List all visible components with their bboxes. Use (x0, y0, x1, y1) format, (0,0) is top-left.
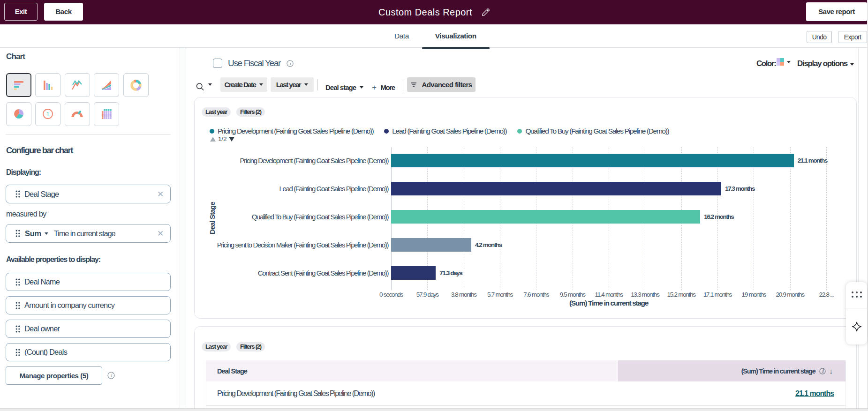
property-field-amount-in-company-currency[interactable]: Amount in company currency (6, 296, 171, 314)
more-label: More (381, 83, 395, 91)
configure-heading: Configure bar chart (6, 145, 73, 156)
drag-handle-icon[interactable] (15, 230, 20, 237)
chart-type-table[interactable] (94, 102, 119, 126)
filter-lines-icon (410, 82, 417, 88)
chevron-down-icon (304, 83, 308, 86)
back-button[interactable]: Back (44, 3, 83, 21)
export-button[interactable]: Export (838, 31, 867, 43)
grid-dots-icon[interactable] (852, 291, 862, 298)
filter-divider (317, 79, 318, 90)
chart-type-summary[interactable]: 1 (35, 102, 60, 126)
chart-section-heading: Chart (6, 52, 25, 61)
plot-area: 21.1 months17.3 months16.2 months4.2 mon… (391, 147, 826, 290)
svg-text:1: 1 (46, 111, 50, 118)
deal-stage-filter[interactable]: Deal stage (325, 80, 363, 95)
displaying-field-label: Deal Stage (24, 190, 59, 199)
property-field-count-deals[interactable]: (Count) Deals (6, 343, 171, 361)
manage-properties-button[interactable]: Manage properties (5) (6, 366, 102, 385)
displaying-label: Displaying: (6, 168, 41, 177)
horizontal-scrollbar-strip[interactable] (0, 408, 868, 411)
fiscal-info-icon[interactable]: i (287, 60, 294, 67)
remove-field-icon[interactable]: ✕ (157, 190, 164, 198)
legend-item[interactable]: Pricing Development (Fainting Goat Sales… (210, 127, 373, 135)
chart-type-line[interactable] (65, 73, 90, 97)
floating-tools-panel (846, 282, 867, 344)
drag-handle-icon[interactable] (15, 349, 20, 356)
chart-type-area[interactable] (94, 73, 119, 97)
row-deal-stage: Pricing Development (Fainting Goat Sales… (217, 389, 375, 398)
search-caret-icon[interactable] (208, 83, 212, 98)
chart-type-gauge[interactable] (65, 102, 90, 126)
chevron-down-icon (850, 63, 854, 66)
bar-1[interactable] (391, 154, 794, 167)
measure-field[interactable]: Sum Time in current stage ✕ (6, 224, 171, 243)
property-field-deal-name[interactable]: Deal Name (6, 273, 171, 291)
bar-4[interactable] (391, 238, 471, 252)
search-icon[interactable] (196, 80, 205, 94)
bar-5[interactable] (391, 266, 436, 280)
tab-data[interactable]: Data (381, 24, 422, 48)
remove-field-icon[interactable]: ✕ (157, 230, 164, 238)
info-icon[interactable]: i (107, 372, 115, 379)
save-report-button[interactable]: Save report (806, 2, 867, 21)
data-table-card: Last year Filters (2) Deal Stage (Sum) T… (194, 326, 857, 411)
time-in-stage-column-label: (Sum) Time in current stage (741, 367, 815, 375)
legend-label: Pricing Development (Fainting Goat Sales… (218, 127, 373, 135)
undo-button[interactable]: Undo (807, 31, 832, 43)
use-fiscal-year-checkbox[interactable] (213, 59, 222, 68)
color-swatch-dropdown[interactable] (777, 58, 784, 66)
column-header-deal-stage[interactable]: Deal Stage (206, 360, 618, 381)
property-field-deal-owner[interactable]: Deal owner (6, 320, 171, 338)
measured-by-label: measured by (6, 209, 46, 218)
legend-page-up-icon[interactable] (210, 137, 216, 142)
bar-3[interactable] (391, 210, 700, 224)
table-row: Pricing Development (Fainting Goat Sales… (206, 381, 845, 406)
chart-type-vertical-bar[interactable] (35, 73, 60, 97)
drag-handle-icon[interactable] (15, 190, 20, 198)
drag-handle-icon[interactable] (15, 278, 20, 286)
legend-item[interactable]: Lead (Fainting Goat Sales Pipeline (Demo… (384, 127, 506, 135)
deal-stage-table: Deal Stage (Sum) Time in current stage i… (206, 360, 846, 411)
x-gridline (826, 147, 827, 290)
sort-descending-icon[interactable]: ↓ (830, 367, 833, 375)
display-options-label: Display options (797, 59, 847, 68)
chart-type-pie[interactable] (6, 102, 31, 126)
tab-visualization[interactable]: Visualization (422, 24, 490, 48)
chart-type-horizontal-bar-selected[interactable] (6, 73, 31, 97)
bar-2[interactable] (391, 182, 721, 195)
displaying-field[interactable]: Deal Stage ✕ (6, 185, 171, 203)
active-tab-underline (422, 47, 490, 49)
legend-pagination: 1/2 (210, 135, 234, 142)
create-date-filter-button[interactable]: Create Date (220, 77, 267, 92)
create-date-label: Create Date (225, 81, 256, 89)
sidebar-scrollbar-gutter[interactable] (180, 48, 186, 409)
drag-handle-icon[interactable] (15, 302, 20, 309)
color-caret-icon[interactable] (787, 61, 791, 63)
column-header-time-in-stage[interactable]: (Sum) Time in current stage i ↓ (618, 360, 845, 381)
legend-item[interactable]: Qualified To Buy (Fainting Goat Sales Pi… (517, 127, 669, 135)
deal-stage-column-label: Deal Stage (217, 367, 247, 375)
filter-toolbar: Create Date Last year Deal stage +More A… (186, 77, 843, 92)
row-value-link[interactable]: 21.1 months (795, 389, 834, 398)
sidebar-divider (6, 134, 171, 135)
measure-field-label: Time in current stage (54, 229, 115, 238)
drag-handle-icon[interactable] (15, 325, 20, 333)
top-header-bar: Exit Back Custom Deals Report Save repor… (0, 0, 868, 24)
date-range-filter-button[interactable]: Last year (271, 77, 314, 92)
legend-dot (210, 129, 214, 134)
aggregation-dropdown[interactable]: Sum (25, 229, 41, 238)
advanced-filters-button[interactable]: Advanced filters (407, 77, 476, 92)
column-info-icon[interactable]: i (819, 368, 826, 374)
chevron-down-icon (360, 86, 363, 89)
date-range-pill: Last year (202, 107, 231, 117)
bar-category-label: Pricing sent to Decision Maker (Fainting… (213, 241, 388, 249)
display-options-dropdown[interactable]: Display options (797, 59, 854, 68)
more-filters-button[interactable]: +More (372, 80, 395, 95)
tabs: Data Visualization (381, 24, 490, 48)
ai-sparkle-icon[interactable] (851, 321, 862, 332)
exit-button[interactable]: Exit (4, 3, 38, 21)
chart-legend: Pricing Development (Fainting Goat Sales… (210, 127, 669, 135)
chart-type-donut[interactable] (123, 73, 149, 97)
edit-pencil-icon[interactable] (482, 8, 490, 16)
legend-page-down-icon[interactable] (229, 137, 234, 142)
